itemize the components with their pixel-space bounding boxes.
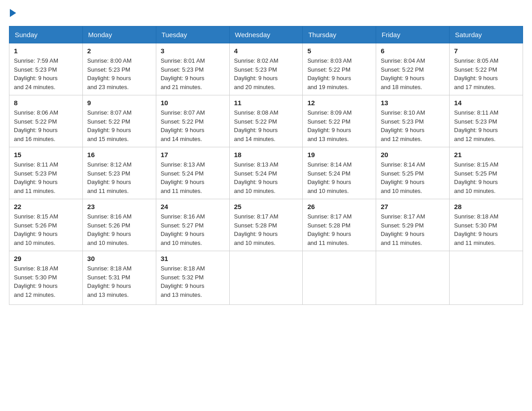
day-number: 24 <box>161 203 225 210</box>
day-number: 2 <box>87 47 151 55</box>
day-info: Sunrise: 8:18 AMSunset: 5:30 PMDaylight:… <box>454 213 498 246</box>
day-info: Sunrise: 8:02 AMSunset: 5:23 PMDaylight:… <box>234 57 279 90</box>
day-number: 19 <box>307 151 371 158</box>
day-info: Sunrise: 8:05 AMSunset: 5:22 PMDaylight:… <box>454 57 498 90</box>
day-info: Sunrise: 8:12 AMSunset: 5:23 PMDaylight:… <box>87 161 132 194</box>
calendar-week-3: 15 Sunrise: 8:11 AMSunset: 5:23 PMDaylig… <box>9 147 523 199</box>
calendar-cell: 8 Sunrise: 8:06 AMSunset: 5:22 PMDayligh… <box>9 95 83 147</box>
calendar-cell: 31 Sunrise: 8:18 AMSunset: 5:32 PMDaylig… <box>156 251 229 305</box>
day-number: 16 <box>87 151 151 158</box>
day-info: Sunrise: 8:11 AMSunset: 5:23 PMDaylight:… <box>14 161 58 194</box>
calendar-cell: 14 Sunrise: 8:11 AMSunset: 5:23 PMDaylig… <box>450 95 523 147</box>
day-info: Sunrise: 8:17 AMSunset: 5:28 PMDaylight:… <box>234 213 279 246</box>
calendar-cell: 30 Sunrise: 8:18 AMSunset: 5:31 PMDaylig… <box>82 251 156 305</box>
calendar-cell: 2 Sunrise: 8:00 AMSunset: 5:23 PMDayligh… <box>82 43 156 95</box>
calendar-cell: 6 Sunrise: 8:04 AMSunset: 5:22 PMDayligh… <box>376 43 450 95</box>
day-number: 12 <box>307 99 371 107</box>
day-number: 22 <box>14 203 78 210</box>
day-number: 8 <box>14 99 78 107</box>
calendar-cell: 19 Sunrise: 8:14 AMSunset: 5:24 PMDaylig… <box>303 147 376 199</box>
calendar-week-4: 22 Sunrise: 8:15 AMSunset: 5:26 PMDaylig… <box>9 199 523 251</box>
calendar-cell: 26 Sunrise: 8:17 AMSunset: 5:28 PMDaylig… <box>303 199 376 251</box>
day-info: Sunrise: 8:07 AMSunset: 5:22 PMDaylight:… <box>161 109 205 142</box>
calendar-cell: 16 Sunrise: 8:12 AMSunset: 5:23 PMDaylig… <box>82 147 156 199</box>
column-header-friday: Friday <box>376 26 450 43</box>
day-number: 15 <box>14 151 78 158</box>
calendar-cell: 18 Sunrise: 8:13 AMSunset: 5:24 PMDaylig… <box>229 147 303 199</box>
day-number: 7 <box>454 47 518 55</box>
calendar-header-row: SundayMondayTuesdayWednesdayThursdayFrid… <box>9 26 523 43</box>
day-number: 11 <box>234 99 298 107</box>
day-number: 4 <box>234 47 298 55</box>
day-number: 23 <box>87 203 151 210</box>
calendar-cell: 7 Sunrise: 8:05 AMSunset: 5:22 PMDayligh… <box>450 43 523 95</box>
column-header-wednesday: Wednesday <box>229 26 303 43</box>
column-header-tuesday: Tuesday <box>156 26 229 43</box>
day-info: Sunrise: 8:18 AMSunset: 5:31 PMDaylight:… <box>87 265 132 298</box>
calendar-cell: 1 Sunrise: 7:59 AMSunset: 5:23 PMDayligh… <box>9 43 83 95</box>
calendar-table: SundayMondayTuesdayWednesdayThursdayFrid… <box>9 26 523 305</box>
column-header-sunday: Sunday <box>9 26 83 43</box>
day-info: Sunrise: 8:04 AMSunset: 5:22 PMDaylight:… <box>381 57 425 90</box>
calendar-cell: 20 Sunrise: 8:14 AMSunset: 5:25 PMDaylig… <box>376 147 450 199</box>
day-number: 3 <box>161 47 225 55</box>
day-info: Sunrise: 8:18 AMSunset: 5:30 PMDaylight:… <box>14 265 58 298</box>
day-info: Sunrise: 8:13 AMSunset: 5:24 PMDaylight:… <box>234 161 279 194</box>
day-number: 17 <box>161 151 225 158</box>
calendar-week-2: 8 Sunrise: 8:06 AMSunset: 5:22 PMDayligh… <box>9 95 523 147</box>
calendar-cell: 10 Sunrise: 8:07 AMSunset: 5:22 PMDaylig… <box>156 95 229 147</box>
day-number: 1 <box>14 47 78 55</box>
day-info: Sunrise: 8:17 AMSunset: 5:29 PMDaylight:… <box>381 213 425 246</box>
day-info: Sunrise: 8:01 AMSunset: 5:23 PMDaylight:… <box>161 57 205 90</box>
day-number: 31 <box>161 255 225 262</box>
calendar-cell: 13 Sunrise: 8:10 AMSunset: 5:23 PMDaylig… <box>376 95 450 147</box>
day-info: Sunrise: 8:18 AMSunset: 5:32 PMDaylight:… <box>161 265 205 298</box>
day-info: Sunrise: 8:09 AMSunset: 5:22 PMDaylight:… <box>307 109 352 142</box>
day-info: Sunrise: 8:16 AMSunset: 5:27 PMDaylight:… <box>161 213 205 246</box>
calendar-cell: 17 Sunrise: 8:13 AMSunset: 5:24 PMDaylig… <box>156 147 229 199</box>
calendar-cell <box>376 251 450 305</box>
day-info: Sunrise: 7:59 AMSunset: 5:23 PMDaylight:… <box>14 57 58 90</box>
day-info: Sunrise: 8:16 AMSunset: 5:26 PMDaylight:… <box>87 213 132 246</box>
day-info: Sunrise: 8:08 AMSunset: 5:22 PMDaylight:… <box>234 109 279 142</box>
calendar-cell: 29 Sunrise: 8:18 AMSunset: 5:30 PMDaylig… <box>9 251 83 305</box>
calendar-cell <box>229 251 303 305</box>
calendar-cell <box>303 251 376 305</box>
day-number: 14 <box>454 99 518 107</box>
calendar-cell: 24 Sunrise: 8:16 AMSunset: 5:27 PMDaylig… <box>156 199 229 251</box>
column-header-thursday: Thursday <box>303 26 376 43</box>
logo <box>9 9 17 17</box>
day-number: 13 <box>381 99 445 107</box>
day-info: Sunrise: 8:15 AMSunset: 5:26 PMDaylight:… <box>14 213 58 246</box>
calendar-cell: 27 Sunrise: 8:17 AMSunset: 5:29 PMDaylig… <box>376 199 450 251</box>
day-number: 29 <box>14 255 78 262</box>
day-info: Sunrise: 8:11 AMSunset: 5:23 PMDaylight:… <box>454 109 498 142</box>
calendar-cell: 5 Sunrise: 8:03 AMSunset: 5:22 PMDayligh… <box>303 43 376 95</box>
calendar-cell: 25 Sunrise: 8:17 AMSunset: 5:28 PMDaylig… <box>229 199 303 251</box>
day-info: Sunrise: 8:07 AMSunset: 5:22 PMDaylight:… <box>87 109 132 142</box>
calendar-cell: 3 Sunrise: 8:01 AMSunset: 5:23 PMDayligh… <box>156 43 229 95</box>
calendar-cell <box>450 251 523 305</box>
day-number: 27 <box>381 203 445 210</box>
column-header-saturday: Saturday <box>450 26 523 43</box>
calendar-cell: 22 Sunrise: 8:15 AMSunset: 5:26 PMDaylig… <box>9 199 83 251</box>
day-number: 26 <box>307 203 371 210</box>
calendar-week-1: 1 Sunrise: 7:59 AMSunset: 5:23 PMDayligh… <box>9 43 523 95</box>
day-info: Sunrise: 8:14 AMSunset: 5:24 PMDaylight:… <box>307 161 352 194</box>
page-header <box>9 9 523 17</box>
calendar-cell: 11 Sunrise: 8:08 AMSunset: 5:22 PMDaylig… <box>229 95 303 147</box>
day-number: 5 <box>307 47 371 55</box>
day-number: 21 <box>454 151 518 158</box>
day-number: 9 <box>87 99 151 107</box>
day-info: Sunrise: 8:17 AMSunset: 5:28 PMDaylight:… <box>307 213 352 246</box>
calendar-cell: 12 Sunrise: 8:09 AMSunset: 5:22 PMDaylig… <box>303 95 376 147</box>
calendar-cell: 23 Sunrise: 8:16 AMSunset: 5:26 PMDaylig… <box>82 199 156 251</box>
calendar-week-5: 29 Sunrise: 8:18 AMSunset: 5:30 PMDaylig… <box>9 251 523 305</box>
day-info: Sunrise: 8:13 AMSunset: 5:24 PMDaylight:… <box>161 161 205 194</box>
day-info: Sunrise: 8:00 AMSunset: 5:23 PMDaylight:… <box>87 57 132 90</box>
calendar-cell: 9 Sunrise: 8:07 AMSunset: 5:22 PMDayligh… <box>82 95 156 147</box>
day-info: Sunrise: 8:15 AMSunset: 5:25 PMDaylight:… <box>454 161 498 194</box>
day-number: 18 <box>234 151 298 158</box>
day-info: Sunrise: 8:06 AMSunset: 5:22 PMDaylight:… <box>14 109 58 142</box>
day-info: Sunrise: 8:03 AMSunset: 5:22 PMDaylight:… <box>307 57 352 90</box>
